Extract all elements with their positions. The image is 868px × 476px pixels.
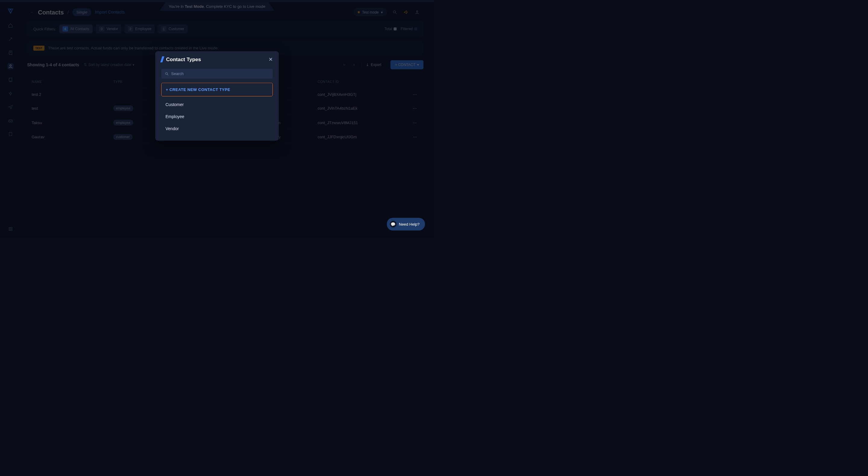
modal-search[interactable] bbox=[161, 69, 273, 79]
close-icon[interactable]: ✕ bbox=[269, 56, 273, 62]
search-input[interactable] bbox=[171, 71, 269, 76]
contact-type-option[interactable]: Customer bbox=[161, 98, 273, 110]
contact-types-modal: Contact Types ✕ + CREATE NEW CONTACT TYP… bbox=[155, 51, 279, 141]
modal-overlay[interactable]: Contact Types ✕ + CREATE NEW CONTACT TYP… bbox=[0, 0, 434, 238]
contact-type-option[interactable]: Employee bbox=[161, 110, 273, 123]
contact-type-option[interactable]: Vendor bbox=[161, 123, 273, 135]
modal-title: Contact Types bbox=[166, 56, 201, 62]
help-button[interactable]: 💬 Need Help? bbox=[387, 218, 425, 230]
svg-point-11 bbox=[165, 72, 167, 74]
help-icon: 💬 bbox=[390, 221, 396, 227]
create-contact-type-button[interactable]: + CREATE NEW CONTACT TYPE bbox=[161, 83, 273, 97]
